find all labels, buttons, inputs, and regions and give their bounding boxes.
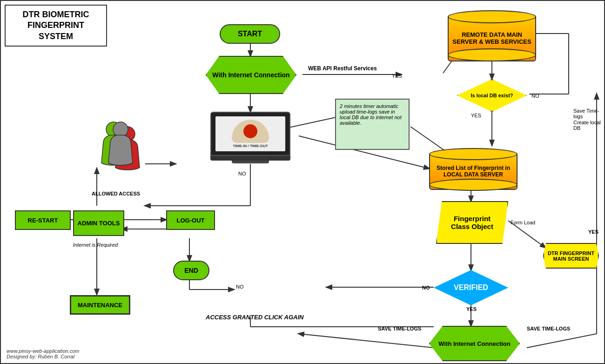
svg-line-28 — [527, 334, 597, 348]
website-label: www.pinoy-web-application.com — [7, 348, 80, 354]
create-local-db-label: Create local DB — [573, 120, 604, 131]
save-timelogs-right-label: SAVE TIME-LOGS — [527, 326, 570, 331]
logout-shape: LOG-OUT — [166, 210, 215, 230]
is-local-db-shape: Is local DB exist? — [457, 79, 527, 112]
no4-label: NO — [422, 285, 430, 290]
no2-label: NO — [238, 171, 246, 176]
maintenance-shape: MAINTENANCE — [70, 295, 130, 315]
diagram-container: DTR BIOMETRIC FINGERPRINT SYSTEM START W… — [0, 0, 605, 364]
footer: www.pinoy-web-application.com Designed b… — [7, 348, 80, 359]
designer-label: Designed by: Ruben B. Corral — [7, 354, 80, 359]
yes4-label: YES — [466, 306, 477, 312]
dtr-main-screen-shape: DTR FINGERPRINT MAIN SCREEN — [543, 243, 599, 269]
internet-required-label: Internet is Required — [73, 242, 118, 248]
no1-label: NO — [531, 93, 539, 99]
save-timelogs-top-label: Save Time-logs — [573, 108, 604, 119]
timer-note-shape: 2 minutes timer automatic upload time-lo… — [335, 99, 410, 150]
access-granted-label: ACCESS GRANTED CLICK AGAIN — [206, 314, 303, 321]
internet-connection-2-shape: With Internet Connection — [429, 326, 520, 361]
end-shape: END — [173, 261, 209, 280]
no3-label: NO — [236, 284, 244, 290]
internet-connection-1-shape: With Internet Connection — [206, 56, 296, 94]
allowed-access-label: ALLOWED ACCESS — [92, 191, 140, 196]
web-api-label: WEB API Restful Services — [308, 65, 377, 72]
yes1-label: YES — [392, 73, 402, 79]
time-in-out-shape: TIME-IN / TIME-OUT — [210, 112, 290, 167]
yes3-label: YES — [588, 229, 598, 235]
form-load-label: Form Load — [511, 220, 535, 225]
verified-shape: VERIFIED — [434, 270, 508, 305]
start-shape: START — [220, 24, 280, 44]
diagram-title: DTR BIOMETRIC FINGERPRINT SYSTEM — [5, 5, 107, 47]
admin-tools-shape: ADMIN TOOLS — [73, 210, 124, 236]
fingerprint-class-shape: Fingerprint Class Object — [436, 201, 508, 244]
persons-group — [89, 121, 150, 168]
save-timelogs-left-label: SAVE TIME-LOGS — [378, 326, 421, 331]
svg-line-27 — [299, 334, 434, 348]
title-text: DTR BIOMETRIC FINGERPRINT SYSTEM — [23, 10, 89, 41]
local-server-shape: Stored List of Fingerprint in LOCAL DATA… — [429, 144, 518, 191]
yes2-label: YES — [471, 113, 481, 118]
remote-server-shape: REMOTE DATA MAIN SERVER & WEB SERVICES — [448, 6, 536, 61]
restart-shape: RE-START — [15, 210, 71, 230]
svg-point-35 — [113, 122, 128, 137]
